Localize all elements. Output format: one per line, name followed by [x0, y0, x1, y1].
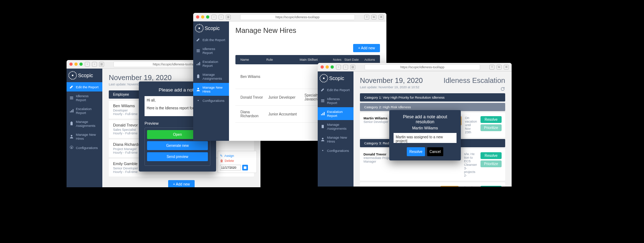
sidebar-toggle-icon[interactable]: ▥ — [350, 65, 355, 70]
brand-name: Scopic — [78, 73, 93, 78]
category-1-bar[interactable]: Category 1: Very High Priority for Resol… — [360, 93, 505, 101]
cell-name: Ben Wiliams — [239, 74, 262, 79]
url-bar[interactable]: https://scopic/idleness-tool/app — [365, 64, 480, 70]
person-icon — [321, 137, 325, 142]
clipboard-icon — [196, 74, 200, 79]
list-icon — [196, 49, 200, 53]
sidebar-item-escalation-report[interactable]: Escalation Report — [193, 57, 229, 70]
sidebar-item-configurations[interactable]: Configurations — [67, 143, 102, 152]
logo-icon — [321, 75, 327, 81]
browser-chrome: ‹ › ▥ https://scopic/idleness-tool/app ⇪… — [193, 13, 386, 21]
bars-icon — [196, 61, 200, 66]
refresh-icon[interactable] — [500, 86, 505, 91]
modal-person: Martin Wiliams — [394, 126, 457, 130]
pencil-icon — [69, 85, 74, 89]
sidebar-item-edit-report[interactable]: Edit the Report — [193, 35, 229, 44]
maximize-window-icon[interactable] — [331, 65, 334, 69]
pencil-icon: ✎ — [220, 154, 223, 158]
share-icon[interactable]: ⇪ — [364, 15, 369, 20]
sidebar-item-manage-assignments[interactable]: Manage Assignments — [67, 117, 102, 130]
close-window-icon[interactable] — [69, 63, 73, 66]
resolve-button[interactable]: Resolve — [407, 147, 425, 156]
person-icon — [69, 134, 74, 139]
sidebar-item-idleness-report[interactable]: Idleness Report — [67, 91, 102, 104]
back-button[interactable]: ‹ — [336, 65, 341, 70]
svg-point-1 — [71, 147, 72, 148]
sidebar-toggle-icon[interactable]: ▥ — [226, 15, 231, 20]
copy-icon[interactable]: ⧉ — [497, 65, 502, 70]
maximize-window-icon[interactable] — [206, 15, 209, 19]
bars-icon — [69, 109, 74, 113]
brand-logo: Scopic — [67, 69, 102, 82]
sidebar-item-edit-report[interactable]: Edit the Report — [318, 85, 353, 94]
back-button[interactable]: ‹ — [211, 15, 216, 20]
page-title: Manage New Hires — [235, 26, 380, 35]
sidebar-item-configurations[interactable]: Configurations — [318, 146, 353, 155]
resolve-button[interactable]: Resolve — [480, 116, 502, 123]
cancel-button[interactable]: Cancel — [427, 147, 443, 156]
date-input[interactable] — [220, 165, 241, 170]
close-window-icon[interactable] — [196, 15, 199, 19]
resolution-textarea[interactable]: Martin was assigned to a new project| — [394, 133, 457, 143]
sidebar: Scopic Edit the Report Idleness Report E… — [193, 21, 229, 141]
sidebar-item-escalation-report[interactable]: Escalation Report — [67, 104, 102, 117]
tabs-icon[interactable]: ⊞ — [379, 15, 384, 20]
browser-chrome: ‹ › ▥ https://scopic/idleness-tool/app ⇪… — [318, 63, 512, 71]
send-preview-button[interactable]: Send preview — [147, 152, 208, 161]
sidebar-item-configurations[interactable]: Configurations — [193, 96, 229, 105]
sidebar-item-idleness-report[interactable]: Idleness Report — [193, 44, 229, 57]
minimize-window-icon[interactable] — [201, 15, 204, 19]
traffic-lights — [69, 63, 83, 66]
minimize-window-icon[interactable] — [74, 63, 78, 66]
pencil-icon — [321, 88, 325, 92]
resolve-button[interactable]: Resolve — [480, 152, 502, 159]
sidebar-item-manage-new-hires[interactable]: Manage New Hires — [67, 130, 102, 143]
svg-point-0 — [71, 135, 73, 137]
forward-button[interactable]: › — [219, 15, 224, 20]
person-icon — [196, 87, 200, 91]
col-notes: Notes — [332, 57, 343, 62]
add-new-button[interactable]: + Add new — [353, 44, 380, 52]
sidebar-item-edit-report[interactable]: Edit the Report — [67, 82, 102, 91]
col-date: Start Date — [343, 57, 364, 62]
share-icon[interactable]: ⇪ — [489, 65, 494, 70]
svg-point-7 — [322, 138, 324, 140]
svg-rect-4 — [245, 166, 246, 167]
sidebar-item-manage-assignments[interactable]: Manage Assignments — [318, 120, 353, 133]
maximize-window-icon[interactable] — [79, 63, 83, 66]
list-icon — [321, 99, 325, 103]
sidebar-item-escalation-report[interactable]: Escalation Report — [318, 107, 353, 120]
svg-point-5 — [197, 88, 199, 90]
sidebar-item-manage-assignments[interactable]: Manage Assignments — [193, 70, 229, 83]
tabs-icon[interactable]: ⊞ — [504, 65, 509, 70]
assign-link[interactable]: ✎Assign — [220, 153, 254, 158]
modal-title: Plese add a note about resolution — [394, 114, 457, 124]
calendar-icon[interactable] — [242, 165, 248, 170]
resolution-modal: Plese add a note about resolution Martin… — [389, 110, 461, 160]
minimize-window-icon[interactable] — [326, 65, 329, 69]
url-bar[interactable]: https://scopic/idleness-tool/app — [240, 14, 355, 20]
delete-link[interactable]: 🗑Delete — [220, 158, 254, 163]
sidebar-item-idleness-report[interactable]: Idleness Report — [318, 94, 353, 107]
gear-icon — [321, 148, 325, 153]
sidebar-item-manage-new-hires[interactable]: Manage New Hires — [193, 83, 229, 96]
copy-icon[interactable]: ⧉ — [371, 15, 376, 20]
gear-icon — [196, 98, 200, 103]
forward-button[interactable]: › — [343, 65, 348, 70]
sidebar-item-manage-new-hires[interactable]: Manage New Hires — [318, 133, 353, 146]
resolve-button[interactable]: Resolve — [480, 186, 502, 187]
sidebar: Scopic Edit the Report Idleness Report E… — [67, 69, 102, 187]
sidebar-toggle-icon[interactable]: ▥ — [99, 62, 104, 67]
back-button[interactable]: ‹ — [85, 62, 90, 67]
brand-logo: Scopic — [318, 71, 353, 85]
note-text: On vacation until Nov 23th — [465, 116, 477, 134]
prioritize-button[interactable]: Prioritize — [480, 160, 502, 167]
forward-button[interactable]: › — [92, 62, 97, 67]
svg-rect-3 — [244, 166, 245, 167]
add-new-button[interactable]: + Add new — [168, 180, 195, 187]
close-window-icon[interactable] — [321, 65, 324, 69]
svg-point-6 — [198, 100, 199, 101]
prioritize-button[interactable]: Prioritize — [480, 124, 502, 131]
generate-new-button[interactable]: Generate new — [147, 141, 208, 150]
gear-icon — [69, 145, 74, 150]
